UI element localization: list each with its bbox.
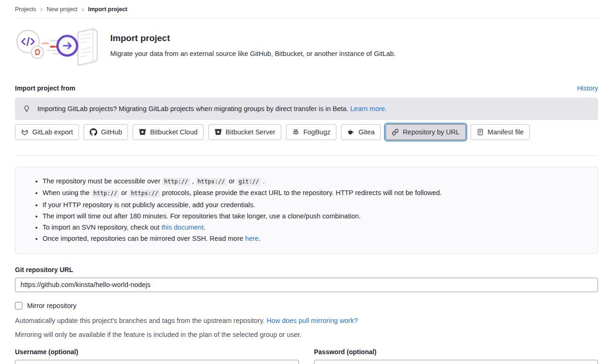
note-text: .	[204, 224, 206, 231]
mirror-plan-note: Mirroring will only be available if the …	[15, 331, 598, 338]
code-span: http://	[92, 189, 119, 197]
import-source-buttons: GitLab exportGitHubBitbucket CloudBitbuc…	[15, 124, 598, 140]
button-label: GitHub	[101, 128, 122, 136]
page-header: Import project Migrate your data from an…	[15, 27, 598, 67]
chevron-right-icon: ›	[40, 6, 43, 13]
import-from-label: Import project from	[15, 84, 75, 92]
button-label: GitLab export	[32, 128, 73, 136]
button-label: Manifest file	[488, 128, 524, 136]
bitbucket-icon	[214, 128, 222, 136]
note-text: If your HTTP repository is not publicly …	[43, 201, 255, 209]
link-icon	[392, 128, 399, 136]
note-text: protocols, please provide the exact URL …	[160, 189, 442, 196]
pull-mirroring-link[interactable]: How does pull mirroring work?	[266, 317, 357, 324]
note-item: If your HTTP repository is not publicly …	[43, 200, 586, 210]
note-text: The repository must be accessible over	[43, 177, 162, 185]
breadcrumb-item-projects[interactable]: Projects	[15, 6, 36, 13]
button-label: Bitbucket Server	[226, 128, 275, 136]
note-text: To import an SVN repository, check out	[43, 224, 161, 231]
git-repo-url-input[interactable]	[15, 278, 598, 292]
button-label: Gitea	[358, 128, 375, 136]
button-label: Bitbucket Cloud	[150, 128, 198, 136]
github-icon	[90, 128, 97, 136]
mirror-repository-label[interactable]: Mirror repository	[27, 302, 77, 309]
import-source-bitbucket-server-button[interactable]: Bitbucket Server	[208, 124, 281, 140]
divider	[15, 155, 598, 156]
import-source-github-button[interactable]: GitHub	[84, 124, 128, 140]
bug-icon	[292, 128, 299, 136]
code-span: http://	[162, 178, 190, 186]
git-repo-url-label: Git repository URL	[15, 266, 598, 273]
username-input[interactable]	[15, 360, 299, 364]
note-item: Once imported, repositories can be mirro…	[43, 234, 586, 244]
mirror-help-text: Automatically update this project's bran…	[15, 317, 598, 324]
chevron-right-icon: ›	[82, 6, 84, 13]
page-subtitle: Migrate your data from an external sourc…	[110, 50, 396, 57]
import-source-repository-by-url-button[interactable]: Repository by URL	[385, 124, 466, 140]
password-label: Password (optional)	[314, 348, 598, 356]
breadcrumb-item-new-project[interactable]: New project	[47, 6, 78, 13]
button-label: Repository by URL	[403, 128, 460, 136]
note-text: ,	[190, 177, 196, 185]
note-text: Once imported, repositories can be mirro…	[43, 235, 245, 242]
import-source-fogbugz-button[interactable]: FogBugz	[286, 124, 336, 140]
note-text: .	[261, 177, 264, 185]
note-item: The repository must be accessible over h…	[43, 176, 586, 187]
mirror-repository-checkbox[interactable]	[15, 302, 22, 309]
breadcrumb: Projects›New project›Import project	[15, 0, 598, 18]
page-title: Import project	[110, 33, 396, 43]
lightbulb-icon	[23, 105, 30, 112]
note-text: .	[259, 235, 261, 242]
note-link[interactable]: this document	[161, 224, 203, 231]
learn-more-link[interactable]: Learn more.	[350, 105, 387, 112]
username-label: Username (optional)	[15, 348, 299, 356]
note-text: The import will time out after 180 minut…	[43, 212, 361, 220]
gitea-icon	[347, 128, 355, 136]
import-source-bitbucket-cloud-button[interactable]: Bitbucket Cloud	[133, 124, 204, 140]
import-notes-box: The repository must be accessible over h…	[15, 167, 598, 254]
bitbucket-icon	[139, 128, 146, 136]
button-label: FogBugz	[303, 128, 330, 136]
import-source-gitlab-export-button[interactable]: GitLab export	[15, 124, 79, 140]
beta-banner-text: Importing GitLab projects? Migrating Git…	[37, 105, 387, 112]
note-item: The import will time out after 180 minut…	[43, 211, 586, 221]
note-text: or	[227, 177, 236, 185]
gitlab-icon	[21, 128, 29, 136]
import-illustration	[15, 27, 100, 67]
import-source-gitea-button[interactable]: Gitea	[341, 124, 381, 140]
password-input[interactable]	[314, 360, 598, 364]
code-span: git://	[236, 178, 261, 186]
note-item: When using the http:// or https:// proto…	[43, 188, 586, 198]
code-span: https://	[196, 178, 227, 186]
note-text: or	[119, 189, 129, 196]
breadcrumb-bar: Projects›New project›Import project	[15, 0, 598, 19]
breadcrumb-item-import-project: Import project	[88, 6, 128, 13]
beta-banner: Importing GitLab projects? Migrating Git…	[15, 98, 598, 120]
history-link[interactable]: History	[577, 84, 598, 92]
note-item: To import an SVN repository, check out t…	[43, 223, 586, 232]
code-span: https://	[129, 189, 160, 197]
note-link[interactable]: here	[245, 235, 259, 242]
note-text: When using the	[43, 189, 92, 196]
document-icon	[477, 128, 484, 136]
import-source-manifest-file-button[interactable]: Manifest file	[470, 124, 530, 140]
import-notes-list: The repository must be accessible over h…	[27, 176, 586, 244]
